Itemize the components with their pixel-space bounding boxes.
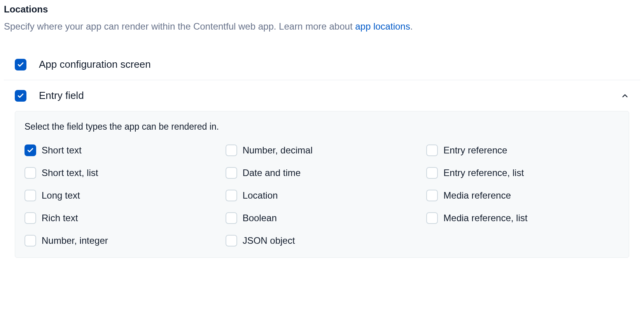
field-item-entry-reference: Entry reference <box>426 144 620 156</box>
location-row-entry-field: Entry field <box>4 80 640 111</box>
entry-field-label: Entry field <box>39 90 84 102</box>
field-label: Rich text <box>42 213 78 224</box>
field-label: Date and time <box>243 167 301 178</box>
field-item-media-reference-list: Media reference, list <box>426 212 620 224</box>
locations-description: Specify where your app can render within… <box>4 19 640 33</box>
field-label: Media reference <box>443 190 511 201</box>
app-config-checkbox[interactable] <box>15 59 26 70</box>
field-item-short-text-list: Short text, list <box>24 167 218 179</box>
field-item-short-text: Short text <box>24 144 218 156</box>
field-checkbox-rich-text[interactable] <box>24 212 36 224</box>
app-locations-link[interactable]: app locations <box>355 21 410 32</box>
field-label: Entry reference, list <box>443 167 524 178</box>
field-label: JSON object <box>243 235 295 246</box>
field-checkbox-number-integer[interactable] <box>24 235 36 247</box>
field-item-entry-reference-list: Entry reference, list <box>426 167 620 179</box>
field-label: Location <box>243 190 278 201</box>
field-checkbox-number-decimal[interactable] <box>226 144 237 156</box>
field-item-number-integer: Number, integer <box>24 235 218 247</box>
field-item-json-object: JSON object <box>226 235 419 247</box>
field-types-panel: Select the field types the app can be re… <box>15 111 629 258</box>
entry-field-toggle[interactable] <box>621 92 629 100</box>
field-item-number-decimal: Number, decimal <box>226 144 419 156</box>
field-checkbox-entry-reference[interactable] <box>426 144 438 156</box>
field-label: Short text, list <box>42 167 98 178</box>
field-label: Entry reference <box>443 145 507 156</box>
field-checkbox-json-object[interactable] <box>226 235 237 247</box>
field-checkbox-long-text[interactable] <box>24 190 36 201</box>
app-config-label: App configuration screen <box>39 58 151 70</box>
field-checkbox-media-reference[interactable] <box>426 190 438 201</box>
field-item-location: Location <box>226 190 419 201</box>
field-label: Number, decimal <box>243 145 313 156</box>
description-prefix: Specify where your app can render within… <box>4 21 355 32</box>
field-checkbox-entry-reference-list[interactable] <box>426 167 438 179</box>
field-checkbox-date-time[interactable] <box>226 167 237 179</box>
chevron-up-icon <box>621 92 629 100</box>
field-label: Long text <box>42 190 80 201</box>
field-checkbox-boolean[interactable] <box>226 212 237 224</box>
field-item-date-time: Date and time <box>226 167 419 179</box>
field-types-grid: Short text Number, decimal Entry referen… <box>24 144 620 247</box>
field-item-rich-text: Rich text <box>24 212 218 224</box>
description-suffix: . <box>410 21 413 32</box>
field-item-long-text: Long text <box>24 190 218 201</box>
field-label: Short text <box>42 145 82 156</box>
check-icon <box>27 147 34 154</box>
location-row-app-config: App configuration screen <box>4 49 640 80</box>
field-label: Media reference, list <box>443 213 527 224</box>
field-item-boolean: Boolean <box>226 212 419 224</box>
entry-field-checkbox[interactable] <box>15 90 26 102</box>
field-label: Number, integer <box>42 235 108 246</box>
entry-field-row-left: Entry field <box>15 90 84 102</box>
check-icon <box>17 61 24 68</box>
field-checkbox-short-text[interactable] <box>24 144 36 156</box>
field-item-media-reference: Media reference <box>426 190 620 201</box>
field-checkbox-media-reference-list[interactable] <box>426 212 438 224</box>
field-checkbox-short-text-list[interactable] <box>24 167 36 179</box>
field-types-description: Select the field types the app can be re… <box>24 122 620 132</box>
field-checkbox-location[interactable] <box>226 190 237 201</box>
field-label: Boolean <box>243 213 277 224</box>
check-icon <box>17 92 24 99</box>
locations-heading: Locations <box>4 4 640 15</box>
